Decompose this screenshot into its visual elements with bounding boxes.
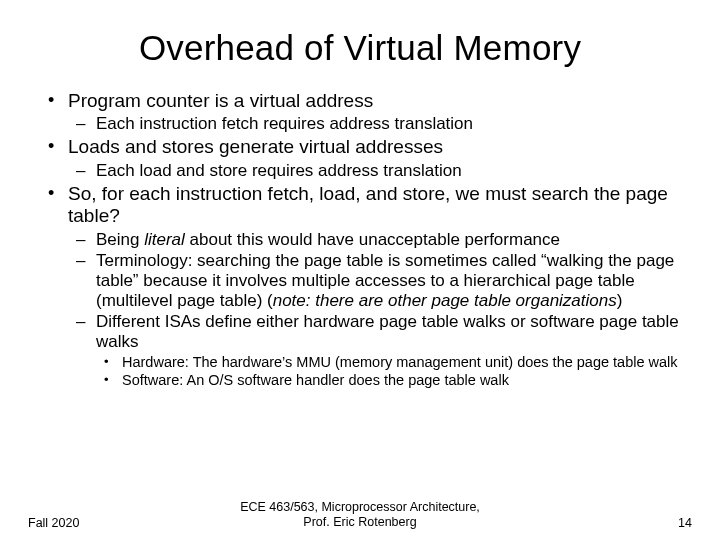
sub-list: Being literal about this would have unac… [68, 230, 680, 390]
subsub-item: Hardware: The hardware’s MMU (memory man… [96, 354, 680, 371]
footer: Fall 2020 ECE 463/563, Microprocessor Ar… [0, 516, 720, 530]
bullet-item: Loads and stores generate virtual addres… [40, 136, 680, 180]
sub-item: Terminology: searching the page table is… [68, 251, 680, 311]
slide-title: Overhead of Virtual Memory [40, 28, 680, 68]
sub-text: Each instruction fetch requires address … [96, 114, 473, 133]
sub-item: Being literal about this would have unac… [68, 230, 680, 250]
footer-left: Fall 2020 [28, 516, 79, 530]
subsub-list: Hardware: The hardware’s MMU (memory man… [96, 354, 680, 390]
subsub-text: Hardware: The hardware’s MMU (memory man… [122, 354, 678, 370]
footer-center: ECE 463/563, Microprocessor Architecture… [240, 500, 480, 530]
bullet-item: Program counter is a virtual address Eac… [40, 90, 680, 134]
bullet-text: Loads and stores generate virtual addres… [68, 136, 443, 157]
sub-text-pre: Being [96, 230, 144, 249]
bullet-list: Program counter is a virtual address Eac… [40, 90, 680, 390]
bullet-item: So, for each instruction fetch, load, an… [40, 183, 680, 390]
subsub-item: Software: An O/S software handler does t… [96, 372, 680, 389]
sub-list: Each instruction fetch requires address … [68, 114, 680, 134]
sub-item: Each instruction fetch requires address … [68, 114, 680, 134]
sub-text: Different ISAs define either hardware pa… [96, 312, 679, 351]
footer-center-line1: ECE 463/563, Microprocessor Architecture… [240, 500, 480, 514]
bullet-text: So, for each instruction fetch, load, an… [68, 183, 668, 226]
sub-text-post: about this would have unacceptable perfo… [185, 230, 560, 249]
subsub-text: Software: An O/S software handler does t… [122, 372, 509, 388]
sub-text-post: ) [617, 291, 623, 310]
sub-item: Each load and store requires address tra… [68, 161, 680, 181]
bullet-text: Program counter is a virtual address [68, 90, 373, 111]
sub-item: Different ISAs define either hardware pa… [68, 312, 680, 390]
sub-list: Each load and store requires address tra… [68, 161, 680, 181]
sub-text-em: literal [144, 230, 185, 249]
sub-text-em: note: there are other page table organiz… [273, 291, 617, 310]
slide: Overhead of Virtual Memory Program count… [0, 0, 720, 540]
sub-text: Each load and store requires address tra… [96, 161, 462, 180]
footer-right: 14 [678, 516, 692, 530]
footer-center-line2: Prof. Eric Rotenberg [303, 515, 416, 529]
